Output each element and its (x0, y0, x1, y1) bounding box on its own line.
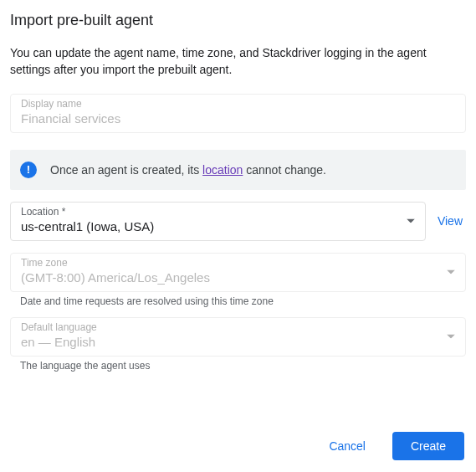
timezone-select[interactable]: Time zone (GMT-8:00) America/Los_Angeles (10, 253, 466, 292)
info-text: Once an agent is created, its location c… (50, 163, 326, 177)
dialog: Import pre-built agent You can update th… (0, 0, 476, 372)
location-link[interactable]: location (202, 163, 243, 177)
display-name-field[interactable]: Display name Financial services (10, 94, 466, 133)
dialog-actions: Cancel Create (310, 432, 464, 460)
chevron-down-icon (407, 219, 415, 223)
location-label: Location * (21, 206, 415, 218)
view-button[interactable]: View (438, 214, 466, 228)
language-value: en — English (21, 335, 455, 349)
timezone-helper: Date and time requests are resolved usin… (20, 295, 466, 307)
chevron-down-icon (447, 270, 455, 274)
info-banner: ! Once an agent is created, its location… (10, 150, 466, 190)
timezone-value: (GMT-8:00) America/Los_Angeles (21, 270, 455, 285)
dialog-title: Import pre-built agent (10, 12, 466, 29)
info-icon: ! (20, 162, 37, 178)
language-helper: The language the agent uses (20, 360, 466, 372)
language-label: Default language (21, 321, 455, 333)
create-button[interactable]: Create (392, 432, 464, 460)
language-select[interactable]: Default language en — English (10, 317, 466, 357)
location-value: us-central1 (Iowa, USA) (21, 219, 415, 233)
chevron-down-icon (447, 335, 455, 339)
dialog-subtitle: You can update the agent name, time zone… (10, 44, 466, 79)
display-name-value: Financial services (21, 111, 455, 126)
timezone-label: Time zone (21, 257, 455, 269)
display-name-label: Display name (21, 98, 455, 110)
location-select[interactable]: Location * us-central1 (Iowa, USA) (10, 202, 426, 241)
cancel-button[interactable]: Cancel (310, 432, 384, 460)
